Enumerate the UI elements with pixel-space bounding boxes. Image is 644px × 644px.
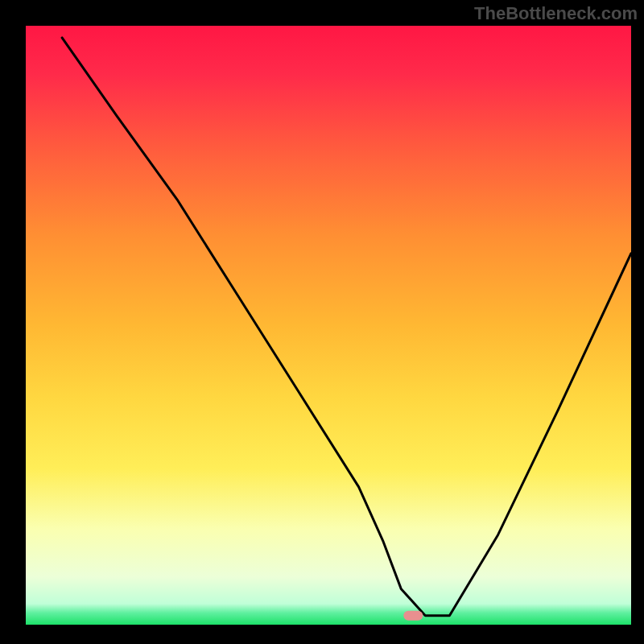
optimal-marker xyxy=(403,611,423,621)
chart-container xyxy=(0,0,644,644)
chart-svg xyxy=(0,0,644,644)
watermark: TheBottleneck.com xyxy=(474,3,638,24)
